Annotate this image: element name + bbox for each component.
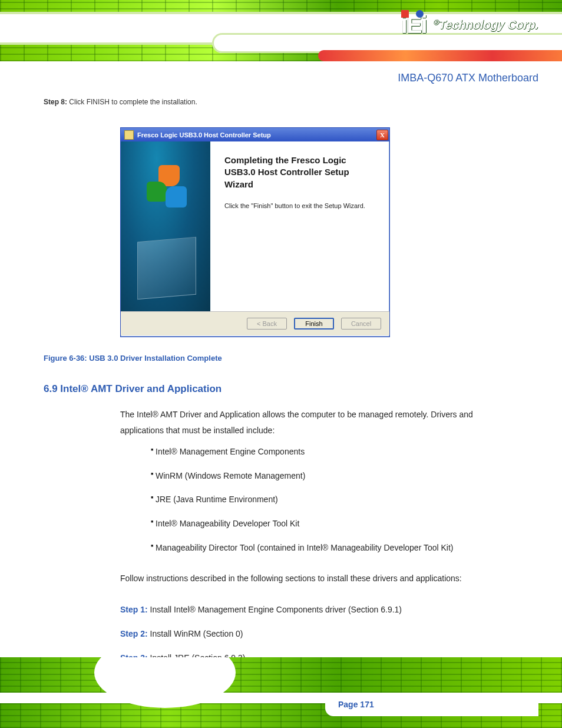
list-item: WinRM (Windows Remote Management): [120, 468, 485, 484]
logo-dot-blue-icon: [416, 10, 424, 18]
finish-button[interactable]: Finish: [294, 318, 334, 330]
step-2-text: Install WinRM (Section 0): [150, 629, 243, 638]
bottom-banner: Page 171: [0, 657, 562, 728]
step-2: Step 2: Install WinRM (Section 0): [120, 626, 485, 642]
figure-caption: Figure 6-36: USB 3.0 Driver Installation…: [44, 354, 222, 363]
brand-logo: iEi ®Technology Corp.: [401, 12, 538, 38]
installer-dialog: Fresco Logic USB3.0 Host Controller Setu…: [120, 127, 390, 337]
logo-dot-red-icon: [401, 10, 409, 18]
installer-icon: [124, 130, 134, 140]
list-item: Manageability Director Tool (contained i…: [120, 540, 485, 556]
section-following: Follow instructions described in the fol…: [120, 571, 485, 587]
section-6-9-body: The Intel® AMT Driver and Application al…: [120, 407, 485, 674]
dialog-body-text: Click the "Finish" button to exit the Se…: [224, 202, 375, 209]
list-item: JRE (Java Runtime Environment): [120, 492, 485, 508]
doc-header: IMBA-Q670 ATX Motherboard: [44, 72, 538, 84]
list-item: Intel® Manageability Developer Tool Kit: [120, 516, 485, 532]
list-item: Intel® Management Engine Components: [120, 444, 485, 460]
back-button[interactable]: < Back: [247, 318, 287, 330]
bullet-list: Intel® Management Engine Components WinR…: [120, 444, 485, 555]
step-8: Step 8: Click FINISH to complete the ins…: [44, 98, 197, 106]
dialog-titlebar[interactable]: Fresco Logic USB3.0 Host Controller Setu…: [121, 128, 389, 141]
cancel-button[interactable]: Cancel: [341, 318, 381, 330]
dialog-footer: < Back Finish Cancel: [121, 311, 389, 335]
dialog-content: Completing the Fresco Logic USB3.0 Host …: [210, 141, 389, 311]
dialog-side-graphic: [121, 141, 210, 311]
top-banner: iEi ®Technology Corp.: [0, 0, 562, 61]
doc-header-right: IMBA-Q670 ATX Motherboard: [398, 72, 538, 84]
dialog-heading: Completing the Fresco Logic USB3.0 Host …: [224, 154, 375, 190]
step-1: Step 1: Install Intel® Management Engine…: [120, 602, 485, 618]
step-1-label: Step 1:: [120, 605, 148, 614]
open-box-icon: [137, 237, 196, 300]
banner-red-strip: [318, 50, 562, 61]
dialog-body: Completing the Fresco Logic USB3.0 Host …: [121, 141, 389, 311]
puzzle-green-icon: [147, 182, 167, 202]
step-8-text: Click FINISH to complete the installatio…: [69, 98, 197, 106]
puzzle-icon: [147, 165, 188, 206]
puzzle-blue-icon: [166, 186, 187, 207]
close-button[interactable]: X: [376, 130, 388, 140]
dialog-title: Fresco Logic USB3.0 Host Controller Setu…: [137, 131, 376, 139]
registered-mark: ®: [434, 18, 439, 27]
step-2-label: Step 2:: [120, 629, 148, 638]
step-8-label: Step 8:: [44, 98, 67, 106]
section-intro: The Intel® AMT Driver and Application al…: [120, 407, 485, 438]
brand-tagline: ®Technology Corp.: [434, 18, 538, 32]
close-icon: X: [380, 131, 385, 139]
step-1-text: Install Intel® Management Engine Compone…: [150, 605, 402, 614]
page-number: Page 171: [338, 700, 374, 709]
section-6-9-heading: 6.9 Intel® AMT Driver and Application: [44, 383, 222, 395]
page-number-box: Page 171: [325, 693, 538, 716]
brand-mark: iEi: [401, 12, 427, 38]
